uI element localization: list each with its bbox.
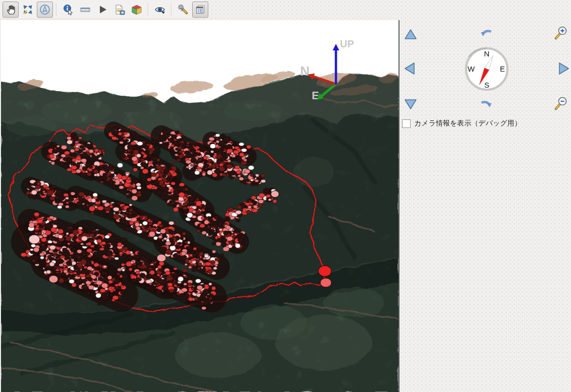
gizmo-east-label: E	[312, 89, 319, 102]
hand-icon	[5, 4, 16, 15]
left-arrow-icon	[404, 62, 415, 75]
toolbar-pan-button[interactable]	[3, 2, 19, 18]
play-icon	[97, 4, 108, 15]
compass-icon: N S E W	[464, 47, 509, 92]
up-arrow-icon	[404, 29, 417, 40]
navigation-panel: N S E W カメラ情報を表示（デバッグ用）	[399, 0, 571, 392]
ruler-icon	[80, 4, 91, 15]
info-cursor-icon	[63, 4, 74, 15]
camera-info-row: カメラ情報を表示（デバッグ用）	[402, 119, 522, 128]
toolbar-identify-button[interactable]	[60, 2, 76, 18]
3d-terrain-viewport[interactable]: UP N E	[1, 20, 399, 392]
rotate-cw-icon	[480, 99, 493, 111]
main-toolbar	[0, 0, 205, 19]
toolbar-export-image-button[interactable]	[111, 2, 128, 18]
camera-info-label: カメラ情報を表示（デバッグ用）	[414, 119, 522, 128]
toolbar-side-panel-button[interactable]	[192, 2, 208, 18]
file-export-icon	[114, 4, 125, 15]
rotate-ccw-icon	[480, 28, 493, 40]
zoom-out-button[interactable]	[554, 97, 568, 110]
pan-up-button[interactable]	[404, 28, 418, 41]
gizmo-up-label: UP	[340, 38, 354, 49]
terrain-3d-scene[interactable]: UP N E	[1, 20, 398, 392]
toolbar-north-orientation-button[interactable]	[37, 2, 53, 18]
toolbar-separator	[148, 3, 149, 16]
compass-north-label: N	[484, 49, 490, 58]
toolbar-separator	[56, 3, 57, 16]
panel-icon	[195, 4, 206, 15]
pan-down-button[interactable]	[404, 98, 418, 111]
camera-info-checkbox[interactable]	[402, 119, 411, 128]
toolbar-tools-button[interactable]	[175, 2, 191, 18]
toolbar-visibility-button[interactable]	[152, 2, 168, 18]
eye-icon	[154, 4, 165, 15]
zoom-in-icon	[554, 26, 568, 40]
zoom-in-button[interactable]	[554, 26, 568, 39]
rotate-clockwise-button[interactable]	[479, 99, 493, 112]
compass-west-label: W	[468, 64, 475, 73]
toolbar-zoom-extent-button[interactable]	[20, 2, 36, 18]
gizmo-north-label: N	[300, 63, 310, 79]
expand-arrows-icon	[22, 4, 33, 15]
pan-right-button[interactable]	[557, 62, 571, 75]
pan-left-button[interactable]	[403, 62, 417, 75]
rotate-counterclockwise-button[interactable]	[479, 28, 493, 41]
compass-east-label: E	[500, 64, 505, 73]
right-arrow-icon	[558, 62, 569, 75]
toolbar-3d-cube-button[interactable]	[129, 2, 145, 18]
wrench-icon	[178, 4, 189, 15]
zoom-out-icon	[554, 96, 568, 110]
compass-south-label: S	[484, 81, 489, 89]
toolbar-separator	[171, 3, 172, 16]
toolbar-play-button[interactable]	[94, 2, 110, 18]
cube-icon	[131, 4, 142, 15]
toolbar-measure-button[interactable]	[77, 2, 93, 18]
compass-circle-icon	[39, 4, 50, 15]
compass-rose[interactable]: N S E W	[464, 47, 509, 92]
down-arrow-icon	[404, 99, 417, 110]
